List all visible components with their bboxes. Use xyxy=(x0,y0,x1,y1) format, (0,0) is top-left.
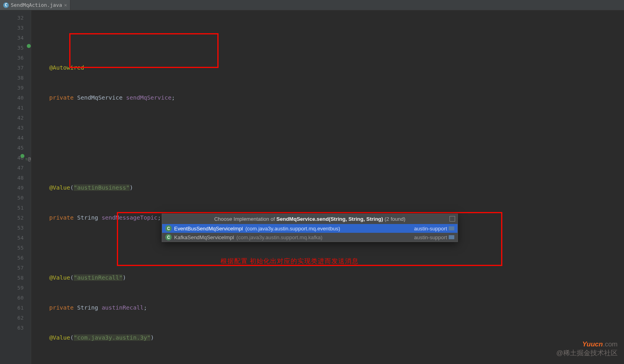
popup-resize-icon[interactable] xyxy=(449,216,455,222)
line-number[interactable]: 63 xyxy=(0,323,24,333)
class-file-icon: C xyxy=(3,2,9,8)
line-number[interactable]: 60 xyxy=(0,293,24,303)
line-number[interactable]: 44 xyxy=(0,133,24,143)
class-name: EventBusSendMqServiceImpl xyxy=(174,226,243,232)
line-number[interactable]: 59 xyxy=(0,283,24,293)
string-literal: "austinRecall" xyxy=(74,274,122,281)
implementation-option[interactable]: C KafkaSendMqServiceImpl (com.java3y.aus… xyxy=(162,233,457,242)
class-icon: C xyxy=(165,225,172,232)
keyword: private xyxy=(49,304,74,311)
annotation-text: 根据配置 初始化出对应的实现类进而发送消息 xyxy=(221,256,359,266)
type: SendMqService xyxy=(77,94,123,101)
gutter: 323334353637383940414243444546↑@47484950… xyxy=(0,10,31,364)
line-number[interactable]: 49 xyxy=(0,183,24,193)
field: sendMessageTopic xyxy=(102,214,158,221)
line-number[interactable]: 62 xyxy=(0,313,24,323)
module-icon xyxy=(449,235,454,239)
line-number[interactable]: 57 xyxy=(0,263,24,273)
line-number[interactable]: 51 xyxy=(0,203,24,213)
code-editor[interactable]: @Autowired private SendMqService sendMqS… xyxy=(31,10,624,364)
line-number[interactable]: 50 xyxy=(0,193,24,203)
popup-title: Choose Implementation of SendMqService.s… xyxy=(162,214,457,224)
line-number[interactable]: 38 xyxy=(0,73,24,83)
close-icon[interactable]: × xyxy=(64,2,67,8)
module-name: austin-support xyxy=(414,226,447,232)
tab-filename: SendMqAction.java xyxy=(11,2,62,8)
string-literal: "com.java3y.austin.3y" xyxy=(74,334,150,341)
override-up-icon[interactable]: ↑ xyxy=(25,154,27,164)
line-number[interactable]: 48 xyxy=(0,173,24,183)
annotation: @Value xyxy=(49,334,70,341)
annotation: @Value xyxy=(49,184,70,191)
line-number[interactable]: 53 xyxy=(0,223,24,233)
line-number[interactable]: 37 xyxy=(0,63,24,73)
spring-bean-icon[interactable] xyxy=(27,44,31,48)
line-number[interactable]: 43 xyxy=(0,123,24,133)
editor-tab[interactable]: C SendMqAction.java × xyxy=(0,0,70,10)
field: austinRecall xyxy=(102,304,144,311)
keyword: private xyxy=(49,214,74,221)
field: sendMqService xyxy=(126,94,172,101)
type: String xyxy=(77,214,98,221)
line-number[interactable]: 55 xyxy=(0,243,24,253)
line-number[interactable]: 33 xyxy=(0,23,24,33)
line-number[interactable]: 61 xyxy=(0,303,24,313)
line-number[interactable]: 35 xyxy=(0,43,24,53)
line-number[interactable]: 46↑@ xyxy=(0,153,24,163)
line-number[interactable]: 32 xyxy=(0,13,24,23)
annotation: @Autowired xyxy=(49,64,84,71)
annotation: @Value xyxy=(49,274,70,281)
line-number[interactable]: 41 xyxy=(0,103,24,113)
line-number[interactable]: 47 xyxy=(0,163,24,173)
line-number[interactable]: 39 xyxy=(0,83,24,93)
string-literal: "austinBusiness" xyxy=(74,184,130,191)
line-number[interactable]: 34 xyxy=(0,33,24,43)
implementation-option[interactable]: C EventBusSendMqServiceImpl (com.java3y.… xyxy=(162,224,457,233)
line-number[interactable]: 54 xyxy=(0,233,24,243)
module-icon xyxy=(449,226,454,230)
keyword: private xyxy=(49,94,74,101)
class-name: KafkaSendMqServiceImpl xyxy=(174,234,234,240)
line-number[interactable]: 52 xyxy=(0,213,24,223)
line-number[interactable]: 42 xyxy=(0,113,24,123)
line-number[interactable]: 56 xyxy=(0,253,24,263)
module-name: austin-support xyxy=(414,234,447,240)
spring-bean-icon[interactable] xyxy=(20,154,24,158)
package-name: (com.java3y.austin.support.mq.eventbus) xyxy=(245,226,340,232)
line-number[interactable]: 40 xyxy=(0,93,24,103)
line-number[interactable]: 36 xyxy=(0,53,24,63)
package-name: (com.java3y.austin.support.mq.kafka) xyxy=(237,234,323,240)
line-number[interactable]: 58 xyxy=(0,273,24,283)
annotation-gutter-icon[interactable]: @ xyxy=(28,154,31,164)
type: String xyxy=(77,304,98,311)
watermark: Yuucn.com @稀土掘金技术社区 xyxy=(556,340,618,358)
class-icon: C xyxy=(165,234,172,240)
implementation-chooser-popup[interactable]: Choose Implementation of SendMqService.s… xyxy=(162,214,458,242)
line-number[interactable]: 45 xyxy=(0,143,24,153)
